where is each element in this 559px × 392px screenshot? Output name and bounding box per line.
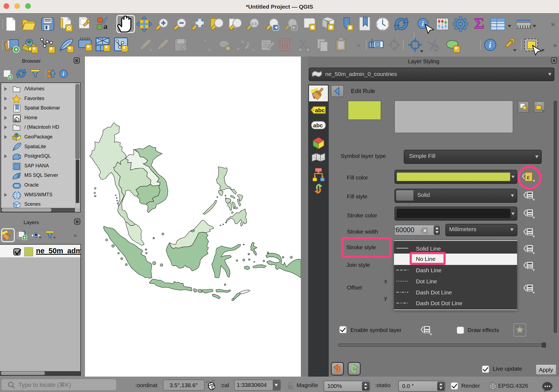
svg-text:abc: abc [315,107,325,113]
svg-text:abc: abc [313,122,323,128]
svg-text:*: * [524,106,525,110]
